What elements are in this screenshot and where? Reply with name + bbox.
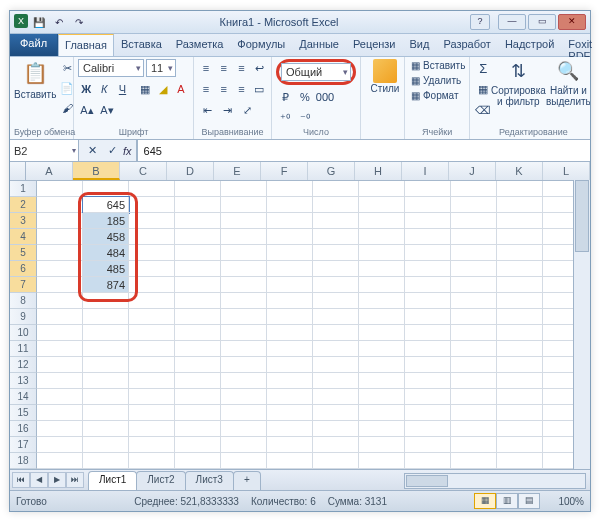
row-header-3[interactable]: 3	[10, 213, 37, 229]
zoom-level[interactable]: 100%	[558, 496, 584, 507]
cell-E8[interactable]	[221, 293, 267, 309]
cell-C18[interactable]	[129, 453, 175, 469]
cell-K16[interactable]	[497, 421, 543, 437]
row-header-8[interactable]: 8	[10, 293, 37, 309]
cell-E1[interactable]	[221, 181, 267, 197]
cell-H13[interactable]	[359, 373, 405, 389]
cell-E4[interactable]	[221, 229, 267, 245]
cell-D5[interactable]	[175, 245, 221, 261]
cell-E18[interactable]	[221, 453, 267, 469]
cell-J7[interactable]	[451, 277, 497, 293]
cell-C14[interactable]	[129, 389, 175, 405]
cell-B8[interactable]	[83, 293, 129, 309]
col-header-B[interactable]: B	[73, 162, 120, 180]
cell-B2[interactable]: 645	[83, 197, 129, 213]
cell-J5[interactable]	[451, 245, 497, 261]
align-right-button[interactable]: ≡	[234, 80, 250, 98]
inc-indent-button[interactable]: ⇥	[218, 101, 236, 119]
sheet-nav-1[interactable]: ◀	[30, 472, 48, 488]
cell-F9[interactable]	[267, 309, 313, 325]
cell-J11[interactable]	[451, 341, 497, 357]
sheet-nav-2[interactable]: ▶	[48, 472, 66, 488]
bold-button[interactable]: Ж	[78, 80, 94, 98]
cell-E16[interactable]	[221, 421, 267, 437]
help-button[interactable]: ?	[470, 14, 490, 30]
cell-G15[interactable]	[313, 405, 359, 421]
cell-A3[interactable]	[37, 213, 83, 229]
cell-I3[interactable]	[405, 213, 451, 229]
cell-D16[interactable]	[175, 421, 221, 437]
fill-color-button[interactable]: ◢	[155, 80, 171, 98]
cell-J13[interactable]	[451, 373, 497, 389]
cell-C16[interactable]	[129, 421, 175, 437]
cell-G13[interactable]	[313, 373, 359, 389]
cell-K14[interactable]	[497, 389, 543, 405]
cell-H15[interactable]	[359, 405, 405, 421]
cell-A13[interactable]	[37, 373, 83, 389]
col-header-J[interactable]: J	[449, 162, 496, 180]
vertical-scrollbar[interactable]	[573, 180, 590, 469]
cell-H7[interactable]	[359, 277, 405, 293]
qat-save[interactable]: 💾	[30, 14, 48, 30]
cell-G11[interactable]	[313, 341, 359, 357]
cell-K1[interactable]	[497, 181, 543, 197]
cell-G5[interactable]	[313, 245, 359, 261]
view-page-layout[interactable]: ▥	[496, 493, 518, 509]
fill-button[interactable]: ▦	[474, 80, 492, 98]
cell-F3[interactable]	[267, 213, 313, 229]
cell-E15[interactable]	[221, 405, 267, 421]
cell-I16[interactable]	[405, 421, 451, 437]
cell-C8[interactable]	[129, 293, 175, 309]
cell-F6[interactable]	[267, 261, 313, 277]
cell-K13[interactable]	[497, 373, 543, 389]
cell-B4[interactable]: 458	[83, 229, 129, 245]
col-header-F[interactable]: F	[261, 162, 308, 180]
cell-E2[interactable]	[221, 197, 267, 213]
cell-I1[interactable]	[405, 181, 451, 197]
cell-H5[interactable]	[359, 245, 405, 261]
cell-B9[interactable]	[83, 309, 129, 325]
align-top-button[interactable]: ≡	[198, 59, 214, 77]
cell-I12[interactable]	[405, 357, 451, 373]
cells-insert[interactable]: ▦ Вставить	[409, 59, 465, 71]
row-header-11[interactable]: 11	[10, 341, 37, 357]
cell-D6[interactable]	[175, 261, 221, 277]
cell-K5[interactable]	[497, 245, 543, 261]
vscroll-thumb[interactable]	[575, 180, 589, 252]
cell-E12[interactable]	[221, 357, 267, 373]
cell-D11[interactable]	[175, 341, 221, 357]
col-header-I[interactable]: I	[402, 162, 449, 180]
row-header-17[interactable]: 17	[10, 437, 37, 453]
cell-I4[interactable]	[405, 229, 451, 245]
italic-button[interactable]: К	[96, 80, 112, 98]
cell-E9[interactable]	[221, 309, 267, 325]
cell-A14[interactable]	[37, 389, 83, 405]
font-name-combo[interactable]: Calibri	[78, 59, 144, 77]
file-tab[interactable]: Файл	[10, 34, 58, 56]
col-header-E[interactable]: E	[214, 162, 261, 180]
cell-F17[interactable]	[267, 437, 313, 453]
cell-E3[interactable]	[221, 213, 267, 229]
cell-A9[interactable]	[37, 309, 83, 325]
currency-button[interactable]: ₽	[276, 88, 294, 106]
cell-C5[interactable]	[129, 245, 175, 261]
cell-J16[interactable]	[451, 421, 497, 437]
cell-J4[interactable]	[451, 229, 497, 245]
cell-D15[interactable]	[175, 405, 221, 421]
sheet-tab-Лист2[interactable]: Лист2	[136, 471, 185, 490]
cell-I6[interactable]	[405, 261, 451, 277]
cell-J2[interactable]	[451, 197, 497, 213]
cell-F4[interactable]	[267, 229, 313, 245]
cell-J10[interactable]	[451, 325, 497, 341]
cell-K12[interactable]	[497, 357, 543, 373]
font-color-button[interactable]: A	[173, 80, 189, 98]
cell-I10[interactable]	[405, 325, 451, 341]
cell-G3[interactable]	[313, 213, 359, 229]
tab-надстрой[interactable]: Надстрой	[498, 34, 561, 56]
cell-J3[interactable]	[451, 213, 497, 229]
cell-H11[interactable]	[359, 341, 405, 357]
view-page-break[interactable]: ▤	[518, 493, 540, 509]
name-box[interactable]: B2	[10, 140, 79, 161]
underline-button[interactable]: Ч	[114, 80, 130, 98]
cell-H9[interactable]	[359, 309, 405, 325]
